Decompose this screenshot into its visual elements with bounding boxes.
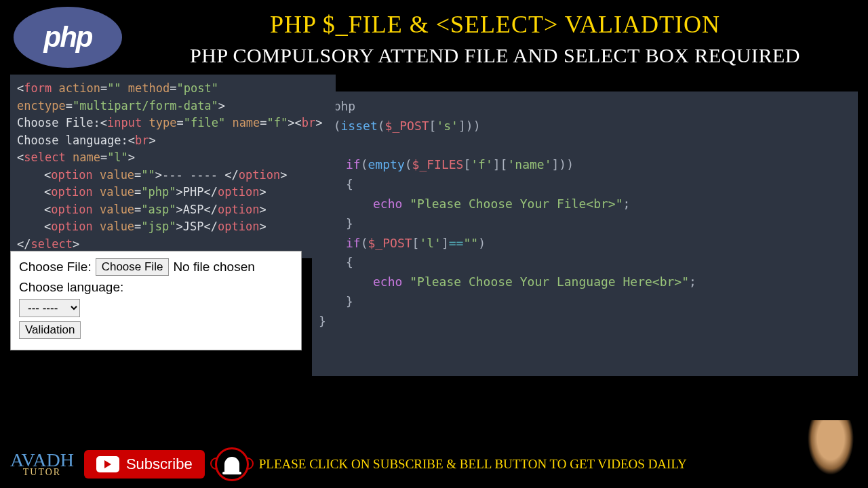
code-line: }: [319, 214, 851, 234]
code-line: }: [319, 312, 851, 331]
code-line: Choose File:<input type="file" name="f">…: [17, 115, 329, 132]
no-file-text: No file chosen: [173, 260, 254, 274]
title-block: PHP $_FILE & <SELECT> VALIADTION PHP COM…: [136, 7, 854, 67]
code-line: echo "Please Choose Your File<br>";: [319, 195, 851, 214]
lang-select-row: --- ----: [19, 299, 293, 317]
file-row: Choose File: Choose File No file chosen: [19, 258, 293, 276]
code-line: if(empty($_FILES['f']['name'])): [319, 155, 851, 175]
php-logo-text: php: [44, 21, 92, 54]
code-editor-right[interactable]: <?php if(isset($_POST['s'])) { if(empty(…: [312, 92, 858, 376]
brand-logo: AVADH TUTOR: [10, 451, 74, 477]
lang-label-row: Choose language:: [19, 280, 293, 295]
file-label: Choose File:: [19, 260, 92, 274]
code-line: Choose language:<br>: [17, 132, 329, 150]
code-line: <option value="jsp">JSP</option>: [17, 218, 329, 236]
presenter-photo: [804, 420, 858, 481]
code-line: }: [319, 292, 851, 312]
bell-button[interactable]: [215, 447, 249, 481]
code-line: <option value="asp">ASP</option>: [17, 201, 329, 219]
youtube-icon: [96, 456, 119, 472]
subscribe-label: Subscribe: [126, 455, 193, 473]
browser-preview: Choose File: Choose File No file chosen …: [10, 251, 302, 350]
footer: AVADH TUTOR Subscribe PLEASE CLICK ON SU…: [0, 441, 868, 488]
language-label: Choose language:: [19, 280, 123, 295]
validation-button[interactable]: Validation: [19, 321, 81, 339]
code-line: <option value="">--- ---- </option>: [17, 167, 329, 184]
code-line: if(isset($_POST['s'])): [319, 117, 851, 136]
header: php PHP $_FILE & <SELECT> VALIADTION PHP…: [0, 0, 868, 75]
title-sub: PHP COMPULSORY ATTEND FILE AND SELECT BO…: [136, 44, 854, 67]
language-select[interactable]: --- ----: [19, 299, 80, 317]
title-main: PHP $_FILE & <SELECT> VALIADTION: [136, 10, 854, 39]
code-line: echo "Please Choose Your Language Here<b…: [319, 272, 851, 292]
php-logo: php: [14, 7, 122, 68]
code-line: <option value="php">PHP</option>: [17, 184, 329, 201]
code-line: if($_POST['l']==""): [319, 234, 851, 253]
subscribe-button[interactable]: Subscribe: [84, 450, 205, 479]
code-line: {: [319, 175, 851, 195]
code-line: {: [319, 253, 851, 272]
code-line: <?php: [319, 97, 851, 117]
brand-name: AVADH: [10, 451, 74, 468]
bell-icon: [224, 457, 239, 472]
code-line: <select name="l">: [17, 149, 329, 167]
footer-cta: PLEASE CLICK ON SUBSCRIBE & BELL BUTTON …: [259, 457, 858, 472]
submit-row: Validation: [19, 321, 293, 339]
code-editor-left[interactable]: <form action="" method="post" enctype="m…: [10, 75, 336, 258]
choose-file-button[interactable]: Choose File: [96, 258, 170, 276]
code-line: <form action="" method="post" enctype="m…: [17, 80, 329, 115]
code-line: {: [319, 136, 851, 156]
